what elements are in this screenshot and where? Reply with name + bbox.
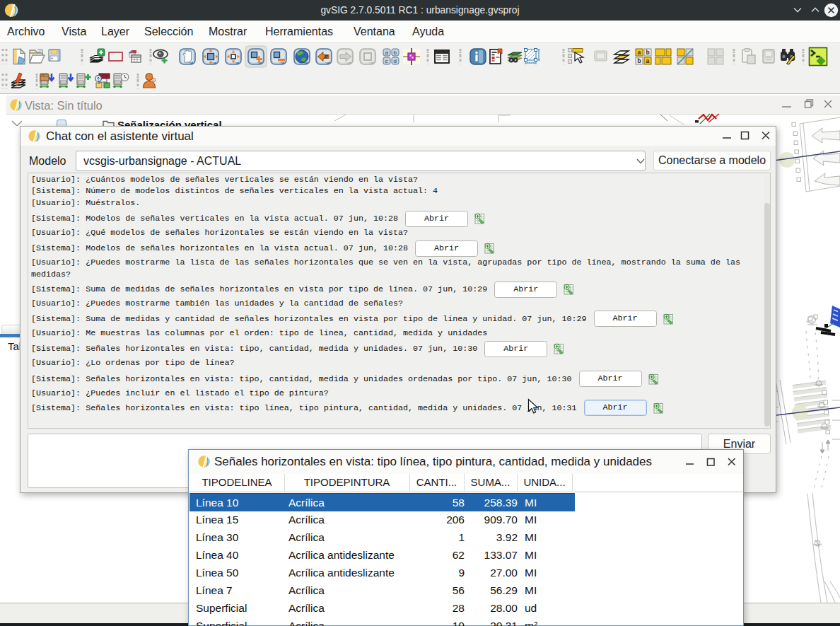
svg-text:b: b bbox=[394, 50, 397, 56]
svg-text:a: a bbox=[646, 57, 650, 64]
svg-text:a: a bbox=[385, 50, 389, 56]
svg-text:b: b bbox=[646, 49, 650, 56]
svg-text:a: a bbox=[638, 49, 641, 56]
svg-text:c: c bbox=[385, 58, 388, 64]
svg-text:d: d bbox=[394, 58, 397, 64]
svg-text:b: b bbox=[638, 57, 641, 64]
